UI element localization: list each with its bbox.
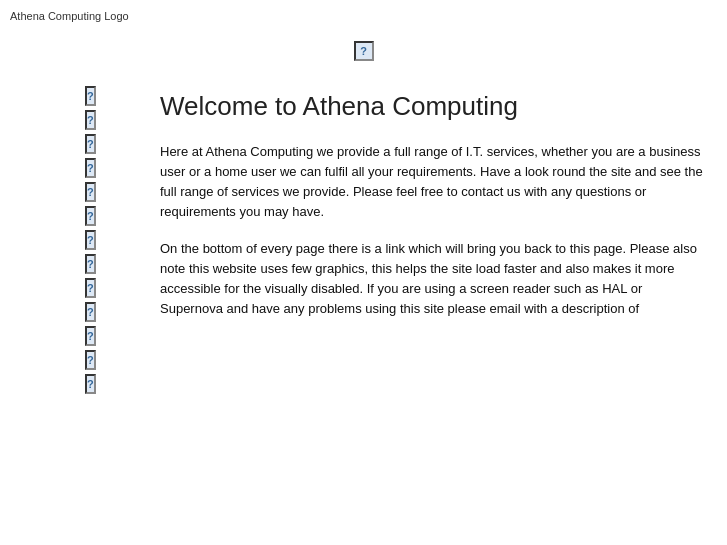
sidebar-icon-4: ? — [85, 158, 96, 178]
sidebar-item[interactable]: ? — [85, 278, 90, 298]
sidebar-item[interactable]: ? — [85, 374, 90, 394]
sidebar-item[interactable]: ? — [85, 134, 90, 154]
page-title: Welcome to Athena Computing — [160, 91, 707, 122]
sidebar-item[interactable]: ? — [85, 254, 90, 274]
sidebar-item[interactable]: ? — [85, 350, 90, 370]
logo-text: Athena Computing Logo — [10, 10, 129, 22]
sidebar-item[interactable]: ? — [85, 326, 90, 346]
sidebar-icon-10: ? — [85, 302, 96, 322]
main-content: Welcome to Athena Computing Here at Athe… — [100, 76, 727, 404]
sidebar-icon-8: ? — [85, 254, 96, 274]
sidebar-icon-6: ? — [85, 206, 96, 226]
sidebar-icon-1: ? — [85, 86, 96, 106]
main-layout: ? ? ? ? ? ? ? ? ? ? ? ? — [0, 76, 727, 404]
sidebar-item[interactable]: ? — [85, 230, 90, 250]
top-nav: ? — [0, 31, 727, 76]
sidebar-item[interactable]: ? — [85, 110, 90, 130]
sidebar-icon-11: ? — [85, 326, 96, 346]
paragraph-1: Here at Athena Computing we provide a fu… — [160, 142, 707, 223]
sidebar-item[interactable]: ? — [85, 206, 90, 226]
sidebar-icon-3: ? — [85, 134, 96, 154]
sidebar-item[interactable]: ? — [85, 86, 90, 106]
sidebar-icon-9: ? — [85, 278, 96, 298]
sidebar-icon-5: ? — [85, 182, 96, 202]
paragraph-2: On the bottom of every page there is a l… — [160, 239, 707, 320]
top-nav-link[interactable]: ? — [354, 41, 374, 61]
sidebar-icon-12: ? — [85, 350, 96, 370]
sidebar-item[interactable]: ? — [85, 302, 90, 322]
sidebar: ? ? ? ? ? ? ? ? ? ? ? ? — [0, 76, 100, 404]
sidebar-icon-7: ? — [85, 230, 96, 250]
sidebar-item[interactable]: ? — [85, 158, 90, 178]
top-nav-icon: ? — [354, 41, 374, 61]
header: Athena Computing Logo — [0, 0, 727, 31]
sidebar-item[interactable]: ? — [85, 182, 90, 202]
sidebar-icon-2: ? — [85, 110, 96, 130]
sidebar-icon-13: ? — [85, 374, 96, 394]
